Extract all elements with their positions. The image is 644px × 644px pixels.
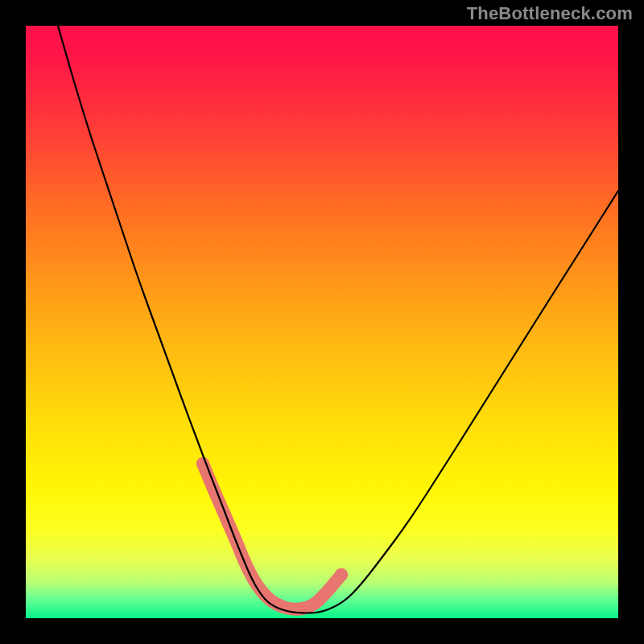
plot-area <box>26 26 618 618</box>
bottleneck-curve <box>58 26 618 613</box>
highlight-cap-end <box>335 568 348 581</box>
frame: TheBottleneck.com <box>0 0 644 644</box>
highlight-band <box>203 464 341 609</box>
curve-layer <box>26 26 618 618</box>
watermark-text: TheBottleneck.com <box>467 3 633 24</box>
